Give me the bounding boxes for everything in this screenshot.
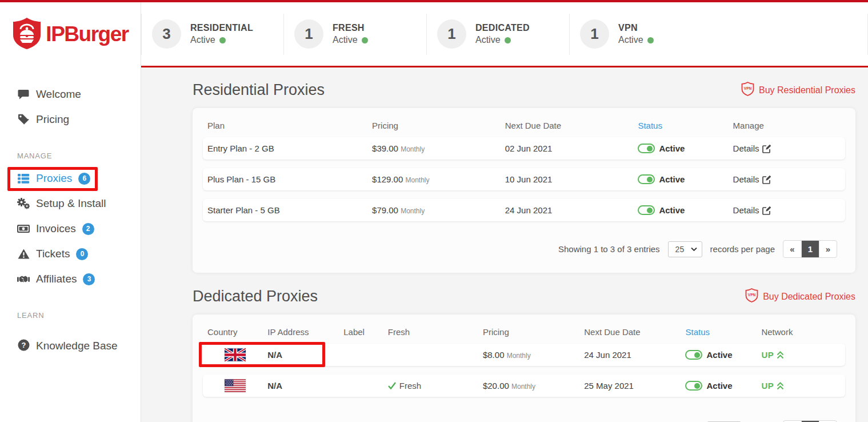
sidebar-item-welcome[interactable]: Welcome [0, 82, 141, 107]
vpn-shield-icon: VPN [741, 82, 754, 98]
network-up-indicator[interactable]: UP [761, 381, 841, 391]
details-button[interactable]: Details [733, 174, 841, 184]
table-row: Starter Plan - 5 GB $79.00 Monthly 24 Ju… [203, 199, 845, 221]
stat-status: Active [333, 35, 358, 45]
svg-text:VPN: VPN [748, 293, 756, 297]
pricing-cell: $8.00 Monthly [483, 350, 584, 360]
stat-vpn: 1 VPN Active [570, 14, 868, 55]
money-icon [17, 224, 30, 233]
per-page-select[interactable]: 25 [668, 241, 702, 257]
residential-table-header: Plan Pricing Next Due Date Status Manage [203, 115, 845, 137]
sidebar-item-proxies[interactable]: Proxies 6 [0, 166, 141, 191]
stat-label: DEDICATED [475, 23, 530, 33]
sidebar-item-label: Setup & Install [36, 197, 106, 210]
pricing-cell: $20.00 Monthly [483, 381, 584, 391]
stat-status: Active [190, 35, 215, 45]
stat-status: Active [475, 35, 501, 45]
sidebar-item-label: Welcome [36, 88, 81, 101]
double-chevron-up-icon [777, 351, 784, 359]
pricing-cell: $129.00 Monthly [372, 174, 505, 184]
sidebar-section-learn: LEARN [0, 292, 141, 325]
sidebar-item-invoices[interactable]: Invoices 2 [0, 216, 141, 241]
active-toggle-icon [638, 144, 655, 153]
details-button[interactable]: Details [733, 205, 841, 215]
next-page-button[interactable]: » [819, 241, 837, 257]
logo-wordmark: IPBurger [46, 22, 128, 46]
details-button[interactable]: Details [733, 144, 841, 153]
due-date-cell: 10 Jun 2021 [505, 174, 638, 184]
pricing-cell: $79.00 Monthly [372, 205, 505, 215]
dedicated-table-header: Country IP Address Label Fresh Pricing N… [203, 321, 845, 344]
due-date-cell: 25 May 2021 [584, 381, 685, 391]
stat-status: Active [618, 35, 643, 45]
stat-label: RESIDENTIAL [190, 23, 253, 33]
header-stats-bar: 3 RESIDENTIAL Active 1 FRESH Active 1 DE… [141, 2, 868, 66]
sidebar-item-label: Invoices [36, 222, 76, 235]
green-status-dot [362, 37, 368, 43]
stat-count: 1 [437, 19, 466, 49]
col-next-due-date: Next Due Date [584, 327, 685, 337]
handshake-icon [17, 275, 30, 284]
plan-cell: Plus Plan - 15 GB [207, 174, 372, 184]
logo[interactable]: IPBurger [0, 2, 141, 66]
col-country: Country [207, 327, 267, 337]
question-circle-icon: ? [17, 339, 30, 351]
prev-page-button[interactable]: « [783, 241, 801, 257]
sidebar-item-pricing[interactable]: Pricing [0, 107, 141, 132]
warning-triangle-icon [17, 249, 30, 259]
stat-count: 3 [152, 19, 181, 49]
residential-title: Residential Proxies [193, 81, 325, 99]
buy-dedicated-label: Buy Dedicated Proxies [763, 292, 855, 302]
stat-dedicated: 1 DEDICATED Active [427, 14, 570, 55]
col-status[interactable]: Status [638, 121, 733, 130]
sidebar-item-label: Proxies [36, 172, 72, 185]
fresh-cell: Fresh [388, 381, 483, 391]
stat-label: VPN [618, 23, 654, 33]
sidebar-item-label: Tickets [36, 248, 70, 260]
stat-fresh: 1 FRESH Active [284, 14, 427, 55]
table-row: Entry Plan - 2 GB $39.00 Monthly 02 Jun … [203, 137, 845, 160]
proxy-list-icon [17, 174, 30, 184]
stat-count: 1 [580, 19, 609, 49]
sidebar-item-tickets[interactable]: Tickets 0 [0, 241, 141, 266]
dedicated-table-card: Country IP Address Label Fresh Pricing N… [193, 314, 855, 422]
check-icon [388, 382, 396, 389]
gears-icon [17, 198, 30, 209]
col-pricing: Pricing [372, 121, 505, 130]
buy-dedicated-button[interactable]: VPN Buy Dedicated Proxies [745, 288, 855, 305]
ipburger-shield-icon [12, 17, 42, 52]
network-up-indicator[interactable]: UP [761, 350, 841, 360]
country-cell [207, 348, 267, 361]
col-status[interactable]: Status [685, 327, 761, 337]
col-network: Network [761, 327, 841, 337]
col-plan: Plan [207, 121, 372, 130]
sidebar-item-label: Pricing [36, 113, 69, 126]
edit-icon [762, 175, 771, 184]
table-row: Plus Plan - 15 GB $129.00 Monthly 10 Jun… [203, 168, 845, 190]
edit-icon [762, 144, 771, 153]
invoices-count-badge: 2 [82, 223, 94, 235]
green-status-dot [219, 37, 226, 43]
col-pricing: Pricing [483, 327, 584, 337]
status-cell: Active [638, 205, 733, 215]
stat-count: 1 [294, 19, 323, 49]
uk-flag-icon [225, 348, 246, 361]
page-number-button[interactable]: 1 [801, 241, 819, 257]
sidebar-item-setup-install[interactable]: Setup & Install [0, 191, 141, 216]
buy-residential-label: Buy Residential Proxies [759, 85, 855, 95]
sidebar-item-affiliates[interactable]: Affiliates 3 [0, 266, 141, 292]
per-page-select-wrapper: 25 [668, 241, 702, 257]
pagination-control: « 1 » [783, 240, 837, 258]
tag-icon [17, 114, 30, 125]
country-cell [207, 379, 267, 392]
sidebar: IPBurger Welcome Pricing MANAGE [0, 2, 141, 422]
sidebar-item-knowledge-base[interactable]: ? Knowledge Base [0, 325, 141, 365]
sidebar-section-manage: MANAGE [0, 132, 141, 166]
status-cell: Active [638, 174, 733, 184]
us-flag-icon [225, 379, 246, 392]
plan-cell: Starter Plan - 5 GB [207, 205, 372, 215]
buy-residential-button[interactable]: VPN Buy Residential Proxies [741, 82, 855, 98]
green-status-dot [505, 37, 511, 43]
ip-address-cell: N/A [267, 381, 343, 391]
active-toggle-icon [685, 350, 702, 360]
